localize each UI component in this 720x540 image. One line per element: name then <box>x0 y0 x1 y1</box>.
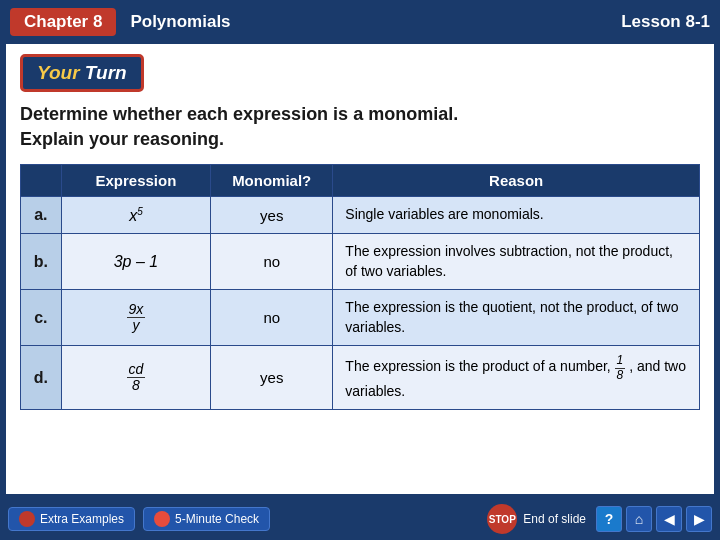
chapter-label: Chapter 8 <box>10 8 116 36</box>
nav-buttons: ? ⌂ ◀ ▶ <box>596 506 712 532</box>
row-d-reason: The expression is the product of a numbe… <box>333 346 700 410</box>
stop-icon: STOP <box>487 504 517 534</box>
main-content: Your Turn Determine whether each express… <box>6 44 714 494</box>
table-row: d. cd 8 yes The expression is the produc… <box>21 346 700 410</box>
extra-examples-button[interactable]: Extra Examples <box>8 507 135 531</box>
end-of-slide-label: End of slide <box>523 512 586 526</box>
topic-label: Polynomials <box>130 12 621 32</box>
fraction-9x-y: 9x y <box>127 302 146 334</box>
table-row: b. 3p – 1 no The expression involves sub… <box>21 233 700 289</box>
row-c-monomial: no <box>211 290 333 346</box>
row-c-label: c. <box>21 290 62 346</box>
row-b-reason: The expression involves subtraction, not… <box>333 233 700 289</box>
row-a-reason: Single variables are monomials. <box>333 197 700 234</box>
row-a-label: a. <box>21 197 62 234</box>
col-header-expression: Expression <box>61 165 210 197</box>
lesson-label: Lesson 8-1 <box>621 12 710 32</box>
col-header-monomial: Monomial? <box>211 165 333 197</box>
row-c-reason: The expression is the quotient, not the … <box>333 290 700 346</box>
home-button[interactable]: ⌂ <box>626 506 652 532</box>
your-label: Your <box>37 62 85 83</box>
five-minute-icon <box>154 511 170 527</box>
row-c-expression: 9x y <box>61 290 210 346</box>
end-of-slide-area: STOP End of slide <box>487 504 586 534</box>
header: Chapter 8 Polynomials Lesson 8-1 <box>0 0 720 44</box>
your-turn-banner: Your Turn <box>20 54 144 92</box>
inline-fraction-1-8: 1 8 <box>615 354 626 381</box>
forward-button[interactable]: ▶ <box>686 506 712 532</box>
title-line2: Explain your reasoning. <box>20 129 224 149</box>
row-d-monomial: yes <box>211 346 333 410</box>
five-minute-check-button[interactable]: 5-Minute Check <box>143 507 270 531</box>
row-a-expression: x5 <box>61 197 210 234</box>
extra-examples-icon <box>19 511 35 527</box>
row-b-label: b. <box>21 233 62 289</box>
main-table: Expression Monomial? Reason a. x5 yes Si… <box>20 164 700 410</box>
title-text: Determine whether each expression is a m… <box>20 102 700 152</box>
help-button[interactable]: ? <box>596 506 622 532</box>
table-row: c. 9x y no The expression is the quotien… <box>21 290 700 346</box>
table-row: a. x5 yes Single variables are monomials… <box>21 197 700 234</box>
row-a-monomial: yes <box>211 197 333 234</box>
row-d-label: d. <box>21 346 62 410</box>
title-line1: Determine whether each expression is a m… <box>20 104 458 124</box>
back-button[interactable]: ◀ <box>656 506 682 532</box>
col-header-reason: Reason <box>333 165 700 197</box>
row-b-expression: 3p – 1 <box>61 233 210 289</box>
row-d-expression: cd 8 <box>61 346 210 410</box>
extra-examples-label: Extra Examples <box>40 512 124 526</box>
five-minute-label: 5-Minute Check <box>175 512 259 526</box>
row-b-monomial: no <box>211 233 333 289</box>
col-header-label <box>21 165 62 197</box>
fraction-cd-8: cd 8 <box>127 362 146 394</box>
footer: Extra Examples 5-Minute Check STOP End o… <box>0 500 720 538</box>
